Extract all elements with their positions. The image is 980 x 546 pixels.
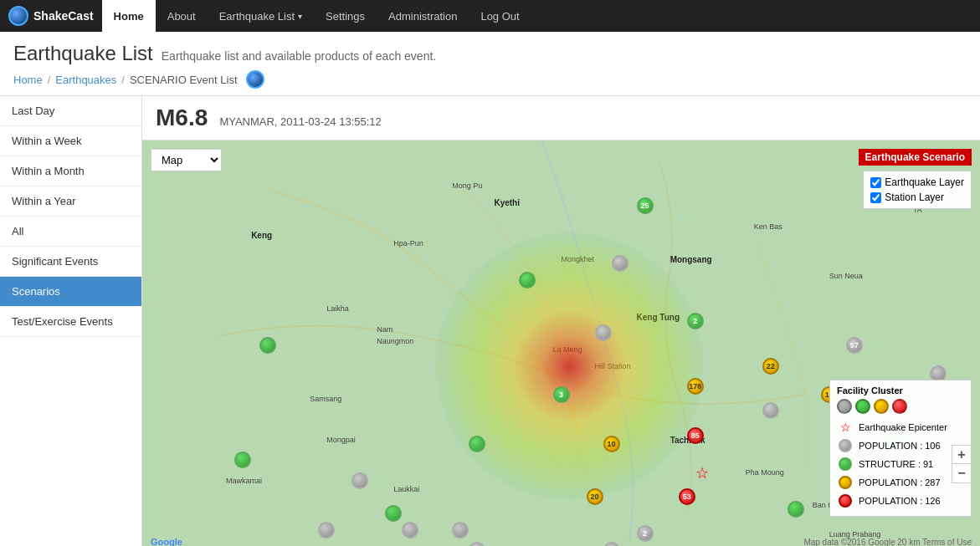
legend-row-2: POPULATION : 287 xyxy=(837,474,964,491)
legend-star-icon: ☆ xyxy=(840,421,851,434)
earthquake-location: MYANMAR, 2011-03-24 13:55:12 xyxy=(219,115,381,128)
layer-controls: Earthquake Layer Station Layer xyxy=(863,171,972,209)
legend-item-2-label: POPULATION : 287 xyxy=(859,477,941,487)
sidebar: Last Day Within a Week Within a Month Wi… xyxy=(0,96,142,546)
brand[interactable]: ShakeCast xyxy=(8,6,94,26)
map-type-dropdown[interactable]: Map Satellite Terrain xyxy=(151,149,222,171)
map-marker-26: 2 xyxy=(637,525,654,542)
legend-dot-red-icon xyxy=(837,492,854,509)
earthquake-magnitude: M6.8 xyxy=(156,105,208,130)
sidebar-item-within-week[interactable]: Within a Week xyxy=(0,126,141,156)
epicenter-marker: ☆ xyxy=(695,464,709,482)
sidebar-item-within-month[interactable]: Within a Month xyxy=(0,156,141,186)
legend-clusters xyxy=(837,399,964,414)
legend-dot-green-icon xyxy=(837,456,854,472)
station-layer-row: Station Layer xyxy=(870,190,964,205)
map-marker-1 xyxy=(595,324,612,341)
map-marker-3 xyxy=(385,505,402,522)
map-marker-4 xyxy=(259,337,276,354)
earthquake-layer-row: Earthquake Layer xyxy=(870,175,964,190)
legend-epicenter-label: Earthquake Epicenter xyxy=(859,422,947,432)
legend-dot-yellow-icon xyxy=(837,474,854,491)
map-footer: Map data ©2016 Google 20 km Terms of Use xyxy=(803,538,972,546)
legend-row-3: POPULATION : 126 xyxy=(837,492,964,509)
page-title: Earthquake List xyxy=(13,42,153,65)
map-marker-23 xyxy=(318,522,335,538)
brand-logo-icon xyxy=(8,6,28,26)
zoom-out-button[interactable]: − xyxy=(952,464,971,482)
nav-logout[interactable]: Log Out xyxy=(469,0,531,32)
legend-title: Facility Cluster xyxy=(837,385,964,395)
map-marker-0 xyxy=(519,272,536,288)
zoom-in-button[interactable]: + xyxy=(952,446,971,464)
map-background[interactable]: Map Satellite Terrain Earthquake Scenari… xyxy=(142,140,980,546)
cluster-green-icon xyxy=(855,399,870,414)
page-subtitle: Earthquake list and available products o… xyxy=(162,49,436,63)
station-layer-checkbox[interactable] xyxy=(870,192,881,203)
breadcrumb-sep-1: / xyxy=(48,74,51,86)
nav-settings[interactable]: Settings xyxy=(314,0,377,32)
earthquake-layer-checkbox[interactable] xyxy=(870,177,881,188)
map-marker-16 xyxy=(762,402,779,419)
map-marker-14: 10 xyxy=(603,436,620,452)
sidebar-item-scenarios[interactable]: Scenarios xyxy=(0,277,141,307)
google-attribution: Google xyxy=(151,537,182,546)
map-marker-21: 53 xyxy=(679,488,695,505)
navbar: ShakeCast Home About Earthquake List ▾ S… xyxy=(0,0,980,32)
sidebar-item-all[interactable]: All xyxy=(0,217,141,247)
breadcrumb-sep-2: / xyxy=(121,74,125,86)
sidebar-item-significant[interactable]: Significant Events xyxy=(0,247,141,277)
legend-epicenter-row: ☆ Earthquake Epicenter xyxy=(837,419,964,436)
map-marker-10: 2 xyxy=(687,313,704,329)
map-marker-11: 176 xyxy=(687,378,704,395)
map-type-selector[interactable]: Map Satellite Terrain xyxy=(151,149,222,171)
breadcrumb-earthquakes-link[interactable]: Earthquakes xyxy=(55,74,116,86)
sidebar-item-last-day[interactable]: Last Day xyxy=(0,96,141,126)
map-marker-24 xyxy=(402,522,418,538)
map-marker-2 xyxy=(469,436,485,452)
cluster-red-icon xyxy=(892,399,907,414)
breadcrumb-home-link[interactable]: Home xyxy=(13,74,43,86)
google-logo-text: Google xyxy=(151,537,182,546)
legend-item-3-label: POPULATION : 126 xyxy=(859,496,941,506)
map-marker-8 xyxy=(612,255,629,272)
map-marker-27 xyxy=(469,542,485,546)
epicenter-star-icon: ☆ xyxy=(695,465,709,482)
breadcrumb: Home / Earthquakes / SCENARIO Event List xyxy=(13,70,967,89)
legend-row-0: POPULATION : 106 xyxy=(837,437,964,454)
legend-dot-gray-icon xyxy=(837,437,854,454)
nav-about[interactable]: About xyxy=(156,0,208,32)
dropdown-caret-icon: ▾ xyxy=(298,12,302,21)
map-container: Map Satellite Terrain Earthquake Scenari… xyxy=(142,140,980,546)
map-marker-5 xyxy=(234,452,251,468)
earthquake-layer-label: Earthquake Layer xyxy=(885,176,964,188)
station-layer-label: Station Layer xyxy=(885,191,944,203)
page-header: Earthquake List Earthquake list and avai… xyxy=(0,32,980,96)
shakecast-logo-icon xyxy=(246,70,264,89)
legend-epicenter-icon: ☆ xyxy=(837,419,854,436)
map-marker-12: 22 xyxy=(762,358,779,375)
map-marker-9: 3 xyxy=(553,386,570,403)
map-marker-13: 57 xyxy=(846,337,863,354)
brand-name: ShakeCast xyxy=(33,9,94,23)
nav-earthquake-list[interactable]: Earthquake List ▾ xyxy=(208,0,314,32)
map-legend: Facility Cluster ☆ Earthquake Epicenter xyxy=(829,380,972,517)
map-marker-7: 25 xyxy=(637,197,654,214)
sidebar-item-within-year[interactable]: Within a Year xyxy=(0,186,141,217)
map-marker-6 xyxy=(351,472,368,489)
sidebar-item-test-exercise[interactable]: Test/Exercise Events xyxy=(0,307,141,337)
earthquake-header: M6.8 MYANMAR, 2011-03-24 13:55:12 xyxy=(142,96,980,140)
map-marker-25 xyxy=(452,522,469,538)
legend-item-1-label: STRUCTURE : 91 xyxy=(859,459,933,469)
sidebar-scroll: Last Day Within a Week Within a Month Wi… xyxy=(0,96,141,546)
main-layout: Last Day Within a Week Within a Month Wi… xyxy=(0,96,980,546)
map-marker-15: 85 xyxy=(687,427,704,444)
cluster-yellow-icon xyxy=(874,399,889,414)
nav-administration[interactable]: Administration xyxy=(377,0,469,32)
content-area: M6.8 MYANMAR, 2011-03-24 13:55:12 xyxy=(142,96,980,546)
zoom-controls: + − xyxy=(952,445,972,483)
breadcrumb-current: SCENARIO Event List xyxy=(130,74,238,86)
map-marker-22 xyxy=(788,501,804,518)
nav-home[interactable]: Home xyxy=(102,0,156,32)
map-marker-28 xyxy=(603,542,620,546)
